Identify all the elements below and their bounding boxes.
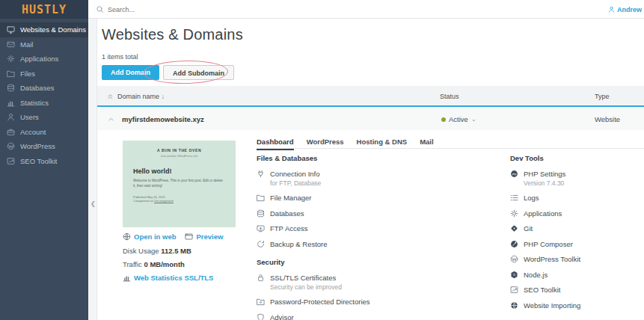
preview-post-title: Hello world! [133, 167, 236, 175]
tabs-divider [257, 148, 644, 149]
item-password-protected-directories[interactable]: Password-Protected Directories [257, 298, 503, 307]
search-input[interactable] [108, 6, 242, 13]
section-security: Security SSL/TLS Certificates Security c… [257, 258, 503, 320]
item-label: File Manager [270, 194, 311, 202]
brand-logo[interactable]: HUSTLY [0, 0, 88, 19]
item-label: Databases [270, 209, 304, 218]
item-php-settings[interactable]: php PHP Settings Version 7.4.30 [510, 169, 644, 187]
traffic-value: 0 MB/month [144, 260, 185, 268]
item-advisor[interactable]: Advisor [257, 313, 503, 320]
status-dropdown[interactable]: Active ⌄ [441, 115, 476, 123]
mail-icon [7, 40, 15, 49]
sidebar-item-label: Applications [20, 55, 58, 63]
sidebar-item-users[interactable]: Users [0, 110, 88, 125]
folder-icon [257, 194, 265, 202]
add-subdomain-button[interactable]: Add Subdomain [163, 65, 234, 80]
ftp-monitor-icon [257, 224, 265, 233]
sidebar-item-applications[interactable]: Applications [0, 52, 88, 67]
user-menu[interactable]: Andrew R [608, 0, 644, 19]
folder-icon [7, 70, 15, 78]
item-label: Password-Protected Directories [270, 298, 370, 306]
preview-category: Categorized as [133, 199, 154, 203]
domain-name[interactable]: myfirstdemowebsite.xyz [122, 115, 204, 123]
domain-table-row[interactable]: myfirstdemowebsite.xyz Active ⌄ Website [97, 108, 644, 130]
item-ssl-tls-certificates[interactable]: SSL/TLS Certificates Security can be imp… [257, 273, 503, 291]
open-in-web-link[interactable]: Open in web [123, 233, 176, 241]
sidebar-item-account[interactable]: Account [0, 125, 88, 140]
user-name: Andrew R [617, 6, 644, 13]
disk-usage-label: Disk Usage [123, 247, 159, 255]
sidebar-item-label: Statistics [20, 99, 49, 107]
sidebar-item-files[interactable]: Files [0, 67, 88, 81]
domain-type: Website [595, 115, 620, 123]
item-ftp-access[interactable]: FTP Access [257, 224, 503, 233]
section-dev-tools: Dev Tools php PHP Settings Version 7.4.3… [510, 154, 644, 310]
sidebar-item-statistics[interactable]: Statistics [0, 96, 88, 111]
seo-chart-icon [510, 286, 518, 294]
item-file-manager[interactable]: File Manager [257, 194, 503, 203]
wordpress-icon [7, 142, 15, 150]
globe-import-icon [510, 301, 518, 310]
preview-link[interactable]: Preview [185, 233, 223, 241]
sidebar-item-databases[interactable]: Databases [0, 81, 88, 96]
sidebar-item-label: Mail [20, 40, 33, 49]
item-label: SSL/TLS Certificates [270, 274, 336, 282]
item-label: Website Importing [524, 301, 580, 310]
nodejs-icon: n [510, 271, 518, 279]
web-statistics-label: Web Statistics SSL/TLS [134, 274, 213, 282]
lock-icon [257, 274, 265, 282]
sidebar-item-seo-toolkit[interactable]: SEO Toolkit [0, 154, 88, 169]
bar-chart-icon [123, 274, 131, 282]
item-applications[interactable]: Applications [510, 209, 644, 218]
item-connection-info[interactable]: Connection Info for FTP, Database [257, 169, 503, 187]
database-icon [257, 209, 265, 218]
preview-label: Preview [196, 233, 223, 241]
page-title: Websites & Domains [102, 26, 243, 43]
preview-post-body: Welcome to WordPress. This is your first… [133, 179, 225, 189]
sidebar-item-wordpress[interactable]: WordPress [0, 139, 88, 154]
user-icon [7, 113, 15, 121]
item-label: Git [524, 224, 533, 233]
section-heading: Files & Databases [257, 154, 503, 162]
collapse-all-icon[interactable] [106, 92, 114, 100]
item-sublabel: for FTP, Database [270, 179, 503, 187]
item-label: SEO Toolkit [524, 286, 560, 294]
git-icon [510, 224, 518, 233]
item-label: Logs [524, 194, 539, 202]
item-databases[interactable]: Databases [257, 209, 503, 218]
items-total: 1 items total [102, 53, 138, 61]
preview-site-title: A BUN IN THE OVEN [123, 148, 236, 153]
item-website-importing[interactable]: Website Importing [510, 301, 644, 310]
item-wordpress-toolkit[interactable]: WordPress Toolkit [510, 255, 644, 264]
wordpress-icon [510, 255, 518, 263]
gear-icon [7, 55, 15, 63]
add-domain-button[interactable]: Add Domain [102, 65, 159, 80]
preview-links: Open in web Preview [123, 233, 223, 241]
sidebar-item-label: WordPress [20, 142, 55, 150]
composer-icon [510, 240, 518, 248]
item-seo-toolkit[interactable]: SEO Toolkit [510, 286, 644, 295]
bar-chart-icon [7, 99, 15, 107]
list-icon [510, 194, 518, 202]
sidebar-item-label: SEO Toolkit [20, 157, 57, 165]
shield-icon [257, 313, 265, 320]
web-statistics-link[interactable]: Web Statistics SSL/TLS [123, 274, 213, 282]
backup-icon [257, 240, 265, 248]
row-collapse-icon[interactable] [107, 115, 115, 123]
plug-icon [257, 170, 265, 178]
column-header-domain[interactable]: Domain name ↓ [117, 93, 165, 100]
item-git[interactable]: Git [510, 224, 644, 233]
sidebar-item-mail[interactable]: Mail [0, 37, 88, 52]
main-content: Websites & Domains 1 items total Add Dom… [97, 19, 644, 320]
search-box[interactable] [96, 0, 242, 19]
collapse-sidebar-icon[interactable]: ❮ [91, 200, 96, 207]
sidebar-item-websites-domains[interactable]: Websites & Domains [0, 22, 88, 37]
monitor-icon [7, 25, 15, 34]
item-logs[interactable]: Logs [510, 194, 644, 203]
item-backup-restore[interactable]: Backup & Restore [257, 239, 503, 248]
action-buttons: Add Domain Add Subdomain [102, 65, 234, 80]
item-nodejs[interactable]: n Node.js [510, 270, 644, 279]
disk-usage-value: 112.5 MB [161, 247, 191, 255]
preview-post-meta: Published May 16, 2021 Categorized as Un… [133, 195, 225, 203]
item-php-composer[interactable]: PHP Composer [510, 239, 644, 248]
